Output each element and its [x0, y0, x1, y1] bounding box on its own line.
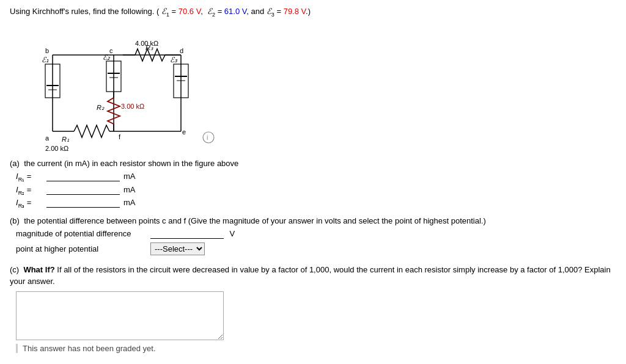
part-b-label: (b) the potential difference between poi… — [10, 216, 616, 225]
magnitude-row: magnitude of potential difference V — [16, 229, 616, 239]
what-if-label: What If? — [23, 265, 54, 274]
r1-circuit-label: R₁ — [62, 136, 69, 143]
magnitude-label: magnitude of potential difference — [16, 229, 150, 238]
magnitude-input[interactable] — [150, 229, 224, 239]
part-c-textarea[interactable] — [16, 291, 224, 340]
part-b-description: the potential difference between points … — [24, 216, 486, 225]
e2-symbol: ℰ — [207, 7, 212, 16]
part-b-letter: (b) — [10, 216, 20, 225]
node-f: f — [119, 133, 121, 140]
part-c-question: (c) What If? If all of the resistors in … — [10, 264, 616, 288]
question-header: Using Kirchhoff's rules, find the follow… — [10, 6, 616, 18]
higher-potential-label: point at higher potential — [16, 244, 150, 253]
part-c-description: If all of the resistors in the circuit w… — [10, 265, 611, 286]
e3-value: 79.8 V — [284, 7, 306, 16]
part-a-description: the current (in mA) in each resistor sho… — [24, 159, 238, 168]
node-b: b — [45, 47, 49, 54]
node-a: a — [45, 134, 50, 142]
part-c-section: (c) What If? If all of the resistors in … — [10, 264, 616, 340]
part-a-label: (a) the current (in mA) in each resistor… — [10, 159, 616, 168]
info-icon-text: i — [207, 134, 208, 141]
node-d: d — [180, 47, 183, 54]
e3-circuit-label: ℰ₃ — [170, 56, 178, 64]
e3-sub: 3 — [271, 12, 274, 18]
r3-current-unit: mA — [123, 198, 136, 207]
e3-symbol: ℰ — [267, 7, 271, 16]
info-icon-circle — [203, 132, 214, 143]
part-b-section: (b) the potential difference between poi… — [10, 216, 616, 255]
e2-value: 61.0 V — [224, 7, 246, 16]
r1-current-label: IR₁ = — [16, 172, 46, 183]
r1-current-input[interactable] — [46, 172, 120, 181]
part-c-letter: (c) — [10, 265, 19, 274]
r1-current-unit: mA — [123, 172, 136, 181]
r1-value-label: 2.00 kΩ — [45, 145, 68, 152]
r3-value-label: 4.00 kΩ — [135, 40, 158, 47]
r3-current-input[interactable] — [46, 198, 120, 208]
r3-current-label: IR₃ = — [16, 198, 46, 209]
grading-note-text: This answer has not been graded yet. — [23, 344, 156, 353]
part-a-letter: (a) — [10, 159, 20, 168]
e2-circuit-label: ℰ₂ — [103, 53, 111, 62]
r3-current-row: IR₃ = mA — [16, 198, 616, 209]
circuit-svg: b c d e f a ℰ₁ ℰ₂ ℰ₃ R₁ R₂ R₃ 3.00 kΩ 2.… — [28, 24, 236, 153]
magnitude-unit: V — [227, 229, 235, 238]
circuit-diagram: b c d e f a ℰ₁ ℰ₂ ℰ₃ R₁ R₂ R₃ 3.00 kΩ 2.… — [28, 24, 248, 153]
r1-current-row: IR₁ = mA — [16, 172, 616, 183]
grading-note: This answer has not been graded yet. — [16, 344, 224, 353]
higher-potential-select[interactable]: ---Select--- c f — [150, 242, 205, 255]
r2-current-input[interactable] — [46, 185, 120, 195]
r2-value-label: 3.00 kΩ — [121, 103, 144, 110]
higher-potential-row: point at higher potential ---Select--- c… — [16, 242, 616, 255]
e2-sub: 2 — [212, 12, 215, 18]
r2-current-label: IR₂ = — [16, 185, 46, 196]
node-e: e — [182, 128, 186, 136]
r2-circuit-label: R₂ — [97, 104, 105, 111]
r2-current-unit: mA — [123, 185, 136, 194]
e1-sub: 1 — [166, 12, 169, 18]
and-text: and — [251, 7, 267, 16]
e1-value: 70.6 V — [179, 7, 201, 16]
e1-symbol: ℰ — [161, 7, 166, 16]
e1-circuit-label: ℰ₁ — [42, 56, 49, 64]
r2-current-row: IR₂ = mA — [16, 185, 616, 196]
